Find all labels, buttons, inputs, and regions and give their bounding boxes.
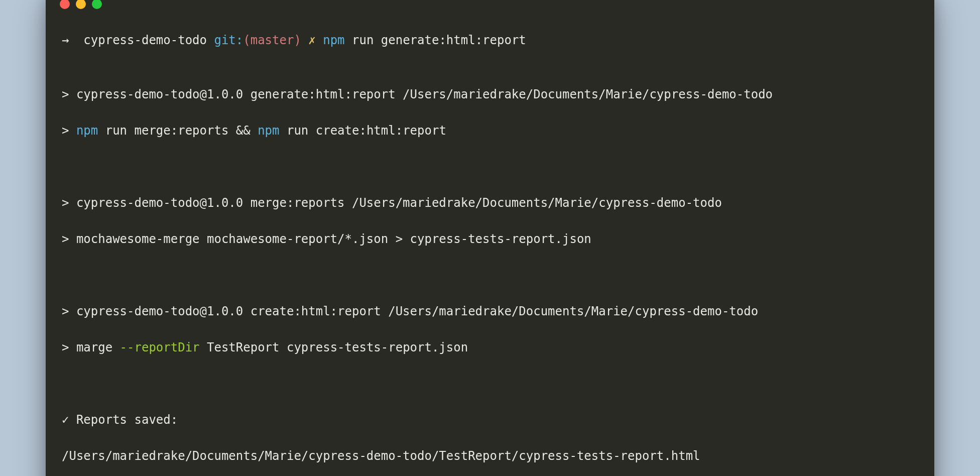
maximize-button[interactable] [92,0,102,9]
terminal-window: → cypress-demo-todo git:(master) ✗ npm r… [46,0,934,476]
blank-line [62,375,918,393]
cli-flag: --reportDir [120,340,200,354]
prompt-arrow: → [62,33,83,47]
prompt-directory: cypress-demo-todo [83,33,214,47]
blank-line [62,158,918,176]
npm-token: npm [258,124,279,138]
git-dirty-icon: ✗ [308,33,315,47]
result-saved: ✓ Reports saved: [62,411,918,429]
git-label: git: [214,33,243,47]
command-args: run generate:html:report [345,33,526,47]
npm-token: npm [76,124,98,138]
script-cmd-1: > npm run merge:reports && npm run creat… [62,122,918,140]
terminal-output[interactable]: → cypress-demo-todo git:(master) ✗ npm r… [46,17,934,476]
script-header-3: > cypress-demo-todo@1.0.0 create:html:re… [62,302,918,320]
result-path: /Users/mariedrake/Documents/Marie/cypres… [62,447,918,465]
blank-line [62,266,918,284]
prompt-line: → cypress-demo-todo git:(master) ✗ npm r… [62,31,918,49]
script-header-2: > cypress-demo-todo@1.0.0 merge:reports … [62,194,918,212]
close-button[interactable] [60,0,70,9]
git-branch: (master) [243,33,308,47]
script-cmd-3: > marge --reportDir TestReport cypress-t… [62,338,918,356]
npm-cmd: npm [323,33,344,47]
script-cmd-2: > mochawesome-merge mochawesome-report/*… [62,230,918,248]
window-titlebar [46,0,934,17]
script-header-1: > cypress-demo-todo@1.0.0 generate:html:… [62,85,918,103]
blank-line [62,67,918,85]
minimize-button[interactable] [76,0,86,9]
